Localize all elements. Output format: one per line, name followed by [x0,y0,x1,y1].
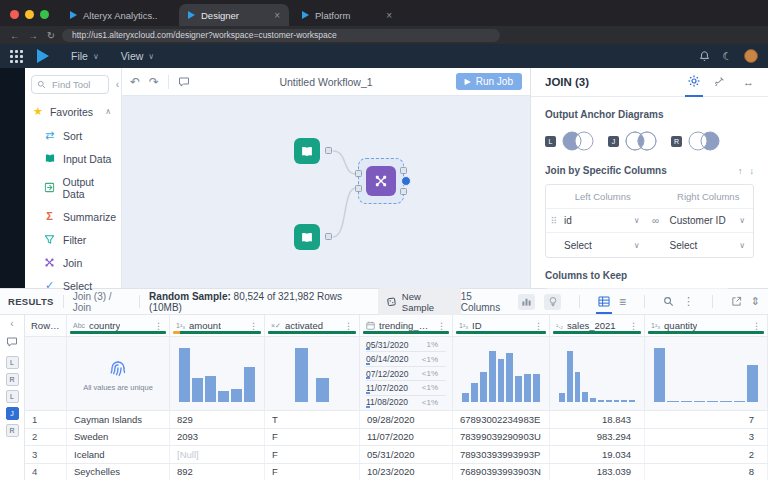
histogram-bar[interactable] [192,378,203,402]
resize-panel-icon[interactable]: ⇕ [751,295,760,308]
undo-icon[interactable]: ↶ [130,75,140,89]
tool-options-wrench-icon[interactable] [714,76,725,89]
histogram-bar[interactable] [506,353,513,402]
drag-handle-icon[interactable]: ⠿ [546,216,562,226]
histogram-bar[interactable] [498,359,505,402]
comment-icon[interactable] [178,76,190,88]
histogram-bar[interactable] [559,393,565,402]
table-cell-quantity[interactable]: 8 [645,464,768,480]
table-cell-country[interactable]: Sweden [67,429,170,446]
histogram-bar[interactable] [747,365,758,402]
row-index[interactable]: 2 [25,429,67,446]
table-cell-activated[interactable]: F [265,429,360,446]
forward-icon[interactable]: → [26,30,40,41]
workflow-canvas[interactable] [122,96,530,288]
column-header-id[interactable]: 1²₃ID⋮ [453,315,550,336]
column-header-trending-date[interactable]: trending_date⋮ [360,315,453,336]
histogram-bar[interactable] [575,372,581,402]
menu-view[interactable]: View ∨ [121,50,154,62]
column-header-activated[interactable]: ×✓activated⋮ [265,315,360,336]
column-menu-icon[interactable]: ⋮ [344,321,353,331]
histogram-bar[interactable] [606,400,612,402]
table-row-2[interactable]: 2Sweden2093F11/07/202078399039290903U983… [25,429,768,447]
anchor-badge-right-input[interactable]: R [6,373,19,386]
close-window-button[interactable] [10,10,19,19]
row-index[interactable]: 4 [25,464,67,480]
tool-output-data[interactable]: Output Data [25,170,121,205]
output-anchor[interactable] [325,147,332,154]
anchor-diagram-inner-join[interactable]: J [608,129,661,153]
value-distribution-item[interactable]: 06/14/2020<1% [366,352,446,366]
histogram-bar[interactable] [614,400,620,402]
profile-chart-icon[interactable] [518,294,535,310]
redo-icon[interactable]: ↷ [149,75,159,89]
table-cell-sales-2021[interactable]: 183.039 [550,464,645,480]
value-distribution-item[interactable]: 11/07/2020<1% [366,381,446,395]
join-right-input-anchor[interactable] [355,185,362,192]
browser-tab-analytics[interactable]: Alteryx Analytics.. [61,4,179,26]
histogram-bar[interactable] [231,389,242,402]
find-tool-search[interactable] [31,75,109,94]
histogram-bar[interactable] [621,400,627,402]
table-cell-country[interactable]: Cayman Islands [67,411,170,428]
reload-icon[interactable]: ↻ [44,30,58,41]
favorites-section-header[interactable]: ★ Favorites ∧ [25,94,121,124]
table-cell-country[interactable]: Seychelles [67,464,170,480]
column-menu-icon[interactable]: ⋮ [629,321,638,331]
left-key-dropdown[interactable]: id ∨ [562,215,644,226]
histogram-bar[interactable] [524,374,531,403]
histogram-bar[interactable] [582,392,588,402]
move-down-icon[interactable]: ↓ [750,166,755,176]
table-cell-sales-2021[interactable]: 983.294 [550,429,645,446]
table-row-1[interactable]: 1Cayman Islands829T09/28/202067893002234… [25,411,768,429]
browser-tab-designer[interactable]: Designer × [179,4,289,26]
menu-file[interactable]: File ∨ [71,50,99,62]
table-cell-amount[interactable]: 829 [170,411,265,428]
histogram-bar[interactable] [515,376,522,402]
table-cell-amount[interactable]: [Null] [170,446,265,463]
app-switcher-icon[interactable] [10,50,23,63]
dark-mode-moon-icon[interactable]: ☾ [722,50,732,63]
tool-input-data[interactable]: Input Data [25,147,121,170]
tool-summarize[interactable]: Σ Summarize [25,205,121,228]
configuration-tab-gear-icon[interactable] [688,75,700,89]
histogram-bar[interactable] [734,401,745,402]
column-menu-icon[interactable]: ⋮ [249,321,258,331]
value-distribution-item[interactable]: 07/12/2020<1% [366,367,446,381]
histogram-bar[interactable] [667,401,678,402]
anchor-diagram-right-join[interactable]: R [671,129,724,153]
table-cell-amount[interactable]: 892 [170,464,265,480]
histogram-bar[interactable] [295,348,308,402]
table-row-3[interactable]: 3Iceland[Null]F05/31/202078930393993993P… [25,446,768,464]
back-icon[interactable]: ← [8,30,22,41]
run-job-button[interactable]: ▶ Run Job [456,73,522,90]
find-tool-input[interactable] [50,78,104,91]
tool-select[interactable]: ✓ Select [25,274,121,297]
grid-view-icon[interactable] [598,296,610,307]
output-anchor[interactable] [325,233,332,240]
table-cell-id[interactable]: 76890393993903N [453,464,550,480]
expand-panel-icon[interactable]: ↔ [743,76,754,88]
search-icon[interactable] [663,296,674,307]
row-index[interactable]: 1 [25,411,67,428]
table-cell-country[interactable]: Iceland [67,446,170,463]
histogram-bar[interactable] [694,401,705,402]
collapse-palette-icon[interactable]: ‹ [116,79,119,90]
histogram-bar[interactable] [598,400,604,402]
close-tab-icon[interactable]: × [386,10,392,21]
column-header-sales-2021[interactable]: ¹.₂sales_2021⋮ [550,315,645,336]
collapse-rail-icon[interactable]: ‹ [10,318,13,329]
more-options-icon[interactable]: ⋮ [683,295,694,308]
move-up-icon[interactable]: ↑ [738,166,743,176]
new-sample-button[interactable]: New Sample [378,288,461,315]
histogram-bar[interactable] [567,351,573,402]
table-cell-quantity[interactable]: 2 [645,446,768,463]
histogram-bar[interactable] [179,348,190,402]
table-cell-trending-date[interactable]: 09/28/2020 [360,411,453,428]
histogram-bar[interactable] [707,401,718,402]
row-index[interactable]: 3 [25,446,67,463]
table-cell-trending-date[interactable]: 05/31/2020 [360,446,453,463]
table-cell-quantity[interactable]: 7 [645,411,768,428]
histogram-bar[interactable] [471,383,478,402]
browser-tab-platform[interactable]: Platform × [293,4,401,26]
